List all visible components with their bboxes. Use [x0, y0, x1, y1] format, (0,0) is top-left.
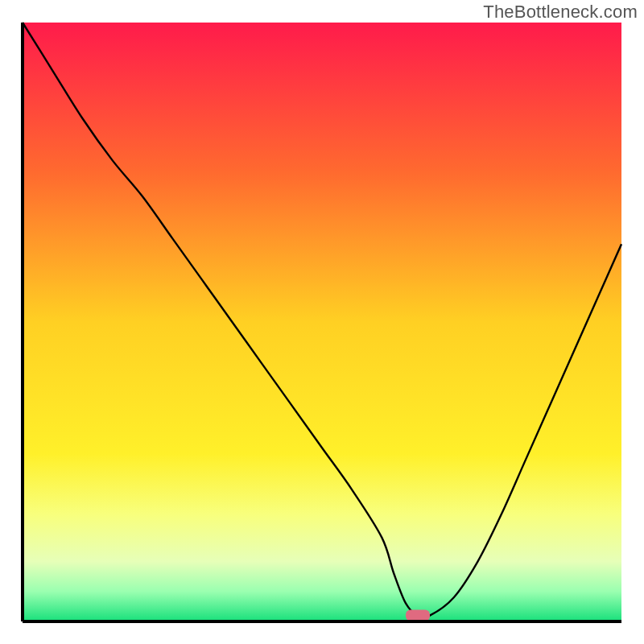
optimal-marker — [406, 610, 430, 621]
chart-container: TheBottleneck.com — [0, 0, 644, 644]
bottleneck-chart — [0, 0, 644, 644]
plot-background — [23, 23, 621, 621]
watermark-text: TheBottleneck.com — [483, 2, 638, 23]
